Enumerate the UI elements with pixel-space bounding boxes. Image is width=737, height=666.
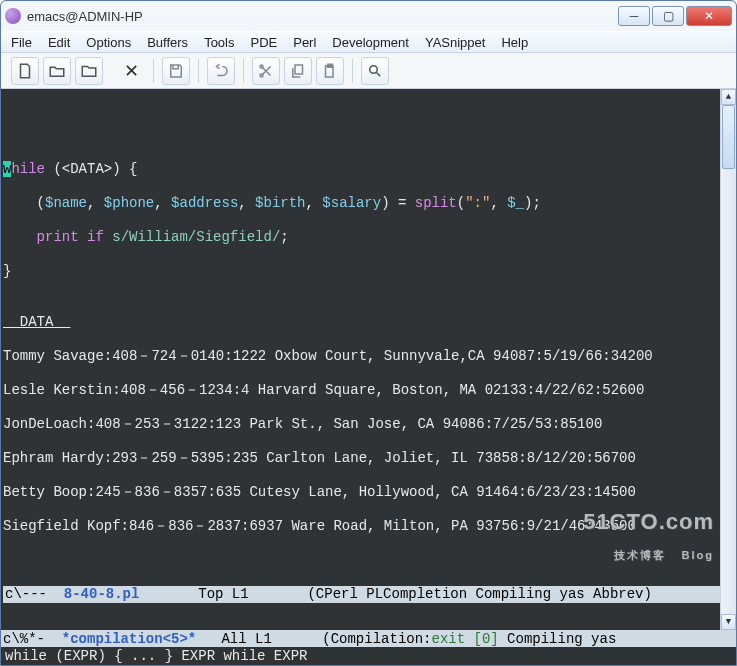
window-title: emacs@ADMIN-HP bbox=[27, 9, 618, 24]
data-line[interactable]: Lesle Kerstin:408－456－1234:4 Harvard Squ… bbox=[3, 382, 736, 399]
modeline-modes: (CPerl PLCompletion Compiling yas Abbrev… bbox=[307, 586, 651, 603]
x-icon: ✕ bbox=[124, 60, 139, 82]
menu-options[interactable]: Options bbox=[86, 35, 131, 50]
titlebar[interactable]: emacs@ADMIN-HP ─ ▢ ✕ bbox=[1, 1, 736, 31]
modeline-buffer-name: *compilation<5>* bbox=[62, 631, 196, 647]
close-button[interactable]: ✕ bbox=[686, 6, 732, 26]
toolbar-separator bbox=[243, 59, 244, 83]
toolbar-separator bbox=[153, 59, 154, 83]
window-controls: ─ ▢ ✕ bbox=[618, 6, 732, 26]
echo-text: while (EXPR) { ... } EXPR while EXPR bbox=[5, 648, 307, 664]
data-line[interactable]: Ephram Hardy:293－259－5395:235 Carlton La… bbox=[3, 450, 736, 467]
modeline-exit-status: exit [0] bbox=[431, 631, 498, 647]
data-line[interactable]: Betty Boop:245－836－8357:635 Cutesy Lane,… bbox=[3, 484, 736, 501]
menu-development[interactable]: Development bbox=[332, 35, 409, 50]
undo-button[interactable] bbox=[207, 57, 235, 85]
scroll-down-button[interactable]: ▼ bbox=[721, 614, 736, 630]
search-icon bbox=[366, 62, 384, 80]
modeline-status: c\%*- bbox=[3, 631, 62, 647]
watermark: 51CTO.com 技术博客 Blog bbox=[540, 496, 714, 598]
modeline-position: Top L1 bbox=[139, 586, 307, 603]
save-icon bbox=[167, 62, 185, 80]
code-line[interactable]: ($name, $phone, $address, $birth, $salar… bbox=[3, 195, 736, 212]
save-button[interactable] bbox=[162, 57, 190, 85]
modeline-tail: Compiling yas bbox=[499, 631, 617, 647]
menu-file[interactable]: File bbox=[11, 35, 32, 50]
menu-bar: File Edit Options Buffers Tools PDE Perl… bbox=[1, 31, 736, 53]
menu-help[interactable]: Help bbox=[501, 35, 528, 50]
scroll-track[interactable] bbox=[721, 105, 736, 614]
minimize-button[interactable]: ─ bbox=[618, 6, 650, 26]
maximize-button[interactable]: ▢ bbox=[652, 6, 684, 26]
svg-point-2 bbox=[370, 65, 378, 73]
scroll-thumb[interactable] bbox=[722, 105, 735, 169]
menu-perl[interactable]: Perl bbox=[293, 35, 316, 50]
data-marker[interactable]: __DATA__ bbox=[3, 314, 736, 331]
modeline-status: c\--- bbox=[5, 586, 64, 603]
new-file-button[interactable] bbox=[11, 57, 39, 85]
folder-icon bbox=[80, 62, 98, 80]
toolbar-separator bbox=[198, 59, 199, 83]
copy-icon bbox=[289, 62, 307, 80]
cut-button[interactable] bbox=[252, 57, 280, 85]
watermark-sub: 技术博客 Blog bbox=[540, 547, 714, 564]
undo-icon bbox=[212, 62, 230, 80]
menu-edit[interactable]: Edit bbox=[48, 35, 70, 50]
scissors-icon bbox=[257, 62, 275, 80]
modeline-position: All L1 bbox=[196, 631, 322, 647]
editor-area[interactable]: ▲ ▼ while (<DATA>) { ($name, $phone, $ad… bbox=[1, 89, 736, 630]
modeline-source[interactable]: c\--- 8-40-8.pl Top L1 (CPerl PLCompleti… bbox=[3, 586, 736, 603]
data-line[interactable]: Tommy Savage:408－724－0140:1222 Oxbow Cou… bbox=[3, 348, 736, 365]
scroll-up-button[interactable]: ▲ bbox=[721, 89, 736, 105]
echo-area[interactable]: while (EXPR) { ... } EXPR while EXPR bbox=[1, 647, 736, 665]
file-icon bbox=[16, 62, 34, 80]
menu-buffers[interactable]: Buffers bbox=[147, 35, 188, 50]
data-line[interactable]: Siegfield Kopf:846－836－2837:6937 Ware Ro… bbox=[3, 518, 736, 535]
kill-buffer-button[interactable]: ✕ bbox=[117, 57, 145, 85]
copy-button[interactable] bbox=[284, 57, 312, 85]
code-line[interactable]: while (<DATA>) { bbox=[3, 161, 736, 178]
search-button[interactable] bbox=[361, 57, 389, 85]
code-line[interactable]: } bbox=[3, 263, 736, 280]
dired-button[interactable] bbox=[75, 57, 103, 85]
menu-pde[interactable]: PDE bbox=[250, 35, 277, 50]
data-line[interactable]: JonDeLoach:408－253－3122:123 Park St., Sa… bbox=[3, 416, 736, 433]
modeline-mode: (Compilation: bbox=[322, 631, 431, 647]
clipboard-icon bbox=[321, 62, 339, 80]
code-line[interactable]: print if s/William/Siegfield/; bbox=[3, 229, 736, 246]
toolbar-separator bbox=[352, 59, 353, 83]
scrollbar[interactable]: ▲ ▼ bbox=[720, 89, 736, 630]
folder-open-icon bbox=[48, 62, 66, 80]
menu-tools[interactable]: Tools bbox=[204, 35, 234, 50]
paste-button[interactable] bbox=[316, 57, 344, 85]
emacs-window: emacs@ADMIN-HP ─ ▢ ✕ File Edit Options B… bbox=[0, 0, 737, 666]
modeline-filename: 8-40-8.pl bbox=[64, 586, 140, 603]
open-button[interactable] bbox=[43, 57, 71, 85]
emacs-app-icon bbox=[5, 8, 21, 24]
toolbar: ✕ bbox=[1, 53, 736, 89]
menu-yasnippet[interactable]: YASnippet bbox=[425, 35, 485, 50]
modeline-compilation[interactable]: c\%*- *compilation<5>* All L1 (Compilati… bbox=[1, 630, 736, 647]
